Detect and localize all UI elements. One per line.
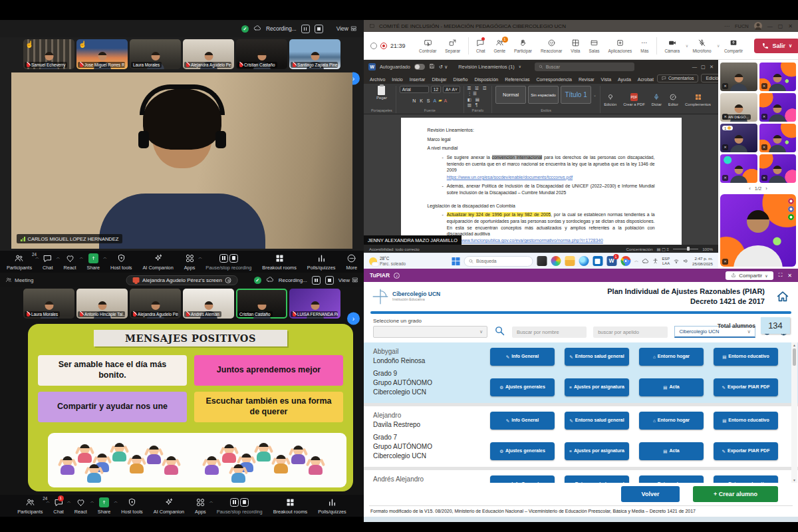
ribbon-tab[interactable]: Revisar bbox=[575, 76, 598, 84]
react-button[interactable]: React︿ bbox=[69, 495, 92, 517]
apps-button[interactable]: Aplicaciones bbox=[604, 39, 636, 53]
focus-mode[interactable]: Concentración bbox=[626, 247, 653, 251]
ai-companion-button[interactable]: AI Companion bbox=[137, 251, 178, 273]
highlight-button[interactable]: ▰ bbox=[438, 98, 442, 103]
style-no-spacing[interactable]: Sin espaciado bbox=[528, 86, 559, 104]
word-app-icon[interactable]: W1 bbox=[606, 256, 616, 266]
ajustes-asignatura-button[interactable]: ≡Ajustes por asignatura bbox=[565, 442, 629, 460]
tray-expand-icon[interactable]: ︿ bbox=[634, 258, 638, 264]
chrome-browser-icon[interactable] bbox=[620, 256, 630, 266]
zoom-level[interactable]: 100% bbox=[702, 247, 713, 251]
comments-button[interactable]: Comentarios bbox=[657, 74, 699, 82]
participant-video-tile[interactable]: ⨯ bbox=[759, 124, 797, 152]
shared-screen-tab[interactable]: Alejandra Agudelo Pérez's screen bbox=[126, 275, 238, 285]
host-tools-button[interactable]: Host tools bbox=[116, 495, 148, 517]
more-button[interactable]: More bbox=[340, 251, 362, 273]
clock-widget[interactable]: 2:47 p. m.25/08/2025 bbox=[692, 256, 713, 266]
start-button[interactable] bbox=[452, 257, 460, 265]
ribbon-tab[interactable]: Referencias bbox=[501, 76, 533, 84]
participant-video-tile[interactable]: ⨯ bbox=[759, 93, 797, 122]
participant-video-tile[interactable]: ☝ Andrés Aleman bbox=[183, 289, 234, 319]
avatar[interactable] bbox=[754, 22, 762, 30]
stop-recording-button[interactable] bbox=[315, 25, 323, 33]
more-button[interactable]: ⋯Más bbox=[636, 39, 653, 53]
entorno-salud-button[interactable]: ✎Entorno salud general bbox=[565, 348, 629, 366]
save-icon[interactable] bbox=[429, 63, 435, 70]
ribbon-tab[interactable]: Diseño bbox=[450, 76, 471, 84]
entorno-hogar-button[interactable]: ⌂Entorno hogar bbox=[639, 348, 704, 366]
language-indicator[interactable]: ESPLAA bbox=[662, 257, 670, 265]
people-button[interactable]: 1Gente bbox=[489, 39, 509, 53]
ribbon-tab[interactable]: Acrobat bbox=[634, 76, 657, 84]
featured-participant-video[interactable]: ⨯ bbox=[720, 194, 796, 267]
ribbon-tab[interactable]: Vista bbox=[598, 76, 614, 84]
taskbar-search[interactable]: Búsqueda bbox=[464, 256, 533, 267]
zoom-slider[interactable] bbox=[673, 249, 698, 249]
ribbon-tab[interactable]: Dibujar bbox=[428, 76, 450, 84]
participant-video-tile[interactable]: JUAN DIEGO... ⨯ bbox=[720, 93, 757, 122]
task-view-icon[interactable] bbox=[537, 256, 547, 266]
exportar-pdf-button[interactable]: ✎Exportar PIAR PDF bbox=[714, 442, 778, 460]
participants-button[interactable]: 24Participants︿ bbox=[1, 251, 37, 273]
entorno-salud-button[interactable]: ✎Entorno salud general bbox=[565, 412, 629, 430]
raise-hand-button[interactable]: Participar bbox=[510, 39, 537, 53]
document-page[interactable]: Revisión Lineamientos: Marco legal A niv… bbox=[401, 118, 682, 245]
dictate-button[interactable]: Dictar bbox=[648, 86, 665, 113]
chat-button[interactable]: Chat bbox=[472, 39, 490, 53]
participant-video-tile[interactable]: ⨯ bbox=[720, 154, 757, 183]
participant-video-tile[interactable]: ☝ Alejandra Agudelo Pe... bbox=[183, 39, 234, 69]
view-button[interactable]: Vista bbox=[567, 39, 585, 53]
share-button[interactable]: Compartir ∨ bbox=[726, 271, 773, 280]
rooms-button[interactable]: Salas bbox=[585, 39, 604, 53]
view-menu[interactable]: View bbox=[338, 277, 358, 283]
pause-recording-button[interactable] bbox=[301, 25, 310, 33]
polls-button[interactable]: Polls/quizzes bbox=[313, 495, 352, 517]
create-student-button[interactable]: + Crear alumno bbox=[693, 486, 778, 502]
info-icon[interactable]: i bbox=[394, 273, 400, 279]
scroll-up-arrow[interactable]: ▲ bbox=[793, 343, 796, 347]
home-icon[interactable] bbox=[775, 289, 790, 304]
font-color-button[interactable]: A bbox=[434, 98, 437, 103]
align-buttons[interactable]: ◧ ▤ ▥ ¶ bbox=[467, 97, 488, 108]
ajustes-asignatura-button[interactable]: ≡Ajustes por asignatura bbox=[565, 378, 629, 396]
volume-icon[interactable] bbox=[683, 258, 689, 265]
share-button[interactable]: Share︿ bbox=[82, 251, 105, 273]
participant-video-tile[interactable]: ⨯ bbox=[759, 154, 797, 183]
editor-button[interactable]: Editor bbox=[665, 86, 682, 113]
participant-video-tile[interactable]: ☝ Jose Miguel Rorres R... bbox=[76, 39, 128, 69]
entorno-educativo-button[interactable]: ▤Entorno educativo bbox=[714, 348, 778, 366]
security-shield-icon[interactable]: ✓ bbox=[241, 25, 249, 33]
ajustes-generales-button[interactable]: ⚙Ajustes generales bbox=[490, 378, 555, 396]
accessibility-status[interactable]: Accesibilidad: todo correcto bbox=[369, 247, 420, 251]
share-button[interactable]: Share︿ bbox=[92, 495, 116, 517]
font-size-select[interactable]: 12 bbox=[431, 86, 441, 93]
pause-recording-button[interactable] bbox=[312, 276, 321, 285]
stop-icon[interactable] bbox=[229, 254, 238, 263]
text-effects-button[interactable]: A bbox=[444, 98, 448, 103]
next-page-arrow[interactable]: › bbox=[765, 186, 767, 192]
apps-button[interactable]: Apps︿ bbox=[179, 251, 201, 273]
accessibility-icon[interactable] bbox=[652, 258, 658, 265]
pause-stop-recording-button[interactable]: Pause/stop recording bbox=[211, 495, 268, 517]
search-lastname-input[interactable] bbox=[593, 327, 668, 338]
scroll-thumb[interactable] bbox=[793, 348, 796, 366]
participant-video-tile[interactable]: ☝ Laura Morales bbox=[130, 39, 181, 69]
style-normal[interactable]: Normal bbox=[495, 86, 526, 104]
weather-widget[interactable]: 28°CParc. soleado bbox=[369, 256, 406, 266]
create-pdf-button[interactable]: PDFCrear a PDF bbox=[620, 86, 648, 113]
apps-button[interactable]: Apps︿ bbox=[190, 495, 211, 517]
hyperlink[interactable]: https://www.un.org/esa/socdev/enable/doc… bbox=[447, 174, 573, 181]
participant-video-tile[interactable]: ⨯ bbox=[720, 63, 757, 91]
participant-video-tile[interactable]: ☝ Samuel Echeverry bbox=[23, 39, 74, 69]
ribbon-tab[interactable]: Inicio bbox=[388, 76, 406, 84]
entorno-educativo-button[interactable]: ▤Entorno educativo bbox=[714, 412, 778, 430]
document-title[interactable]: Revisión Lineamientos (1) bbox=[458, 64, 514, 70]
camera-button[interactable]: Cámara bbox=[660, 39, 684, 53]
back-button[interactable]: Volver bbox=[621, 486, 680, 502]
participant-video-tile[interactable]: ⨯ bbox=[759, 63, 797, 91]
pause-icon[interactable] bbox=[219, 254, 228, 263]
undo-icon[interactable]: ↺ ∨ bbox=[439, 64, 448, 70]
react-button[interactable]: Reaccionar bbox=[537, 39, 567, 53]
grow-font-button[interactable]: A˄ A˅ bbox=[443, 86, 460, 93]
grade-select[interactable]: ∨ bbox=[373, 326, 487, 338]
